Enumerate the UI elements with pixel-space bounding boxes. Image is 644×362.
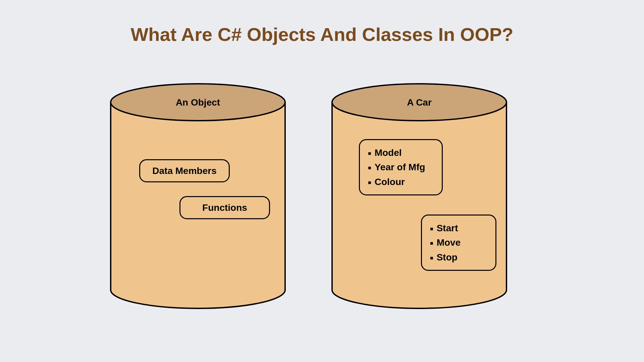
page-title: What Are C# Objects And Classes In OOP? bbox=[131, 23, 514, 45]
cylinder-shape bbox=[325, 79, 513, 320]
car-cylinder: A Car Model Year of Mfg Colour Start Mov… bbox=[325, 79, 513, 313]
data-members-box: Data Members bbox=[139, 159, 230, 182]
car-methods-list: Start Move Stop bbox=[430, 221, 487, 264]
list-item: Colour bbox=[368, 175, 434, 189]
list-item: Model bbox=[368, 145, 434, 160]
list-item: Move bbox=[430, 235, 487, 250]
car-methods-box: Start Move Stop bbox=[421, 215, 496, 271]
list-item: Year of Mfg bbox=[368, 160, 434, 174]
functions-box: Functions bbox=[179, 196, 270, 219]
object-label: An Object bbox=[176, 97, 220, 108]
car-attributes-box: Model Year of Mfg Colour bbox=[359, 139, 443, 195]
list-item: Stop bbox=[430, 250, 487, 264]
car-attributes-list: Model Year of Mfg Colour bbox=[368, 145, 434, 189]
object-cylinder: An Object Data Members Functions bbox=[104, 79, 292, 313]
list-item: Start bbox=[430, 221, 487, 235]
car-label: A Car bbox=[407, 97, 432, 108]
